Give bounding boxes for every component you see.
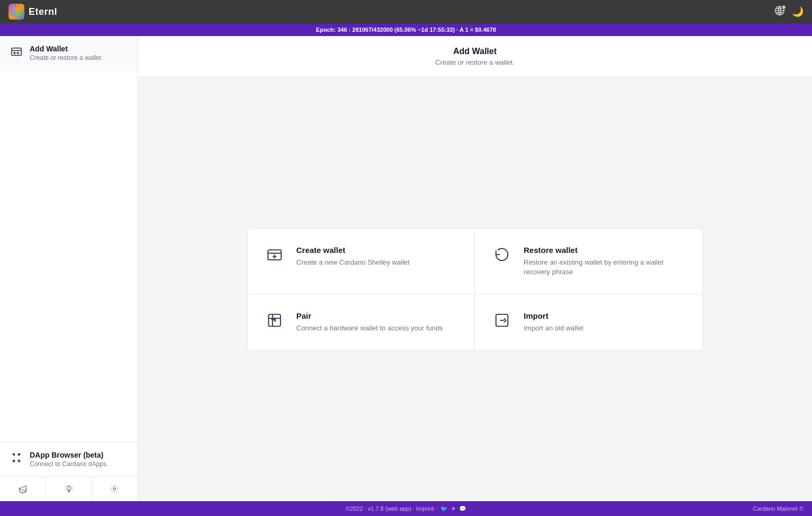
pair-wallet-icon (267, 312, 286, 332)
create-wallet-title: Create wallet (296, 246, 410, 255)
epoch-bar: Epoch: 346 : 281067/432000 (65.06% ~1d 1… (0, 23, 812, 36)
footer-copyright: ©2022 · v1.7.8 (web app) · Imprint · (346, 505, 437, 512)
sidebar-item-dapp[interactable]: DApp Browser (beta) Connect to Cardano d… (0, 442, 137, 476)
svg-point-9 (67, 486, 71, 491)
logo-area: Eternl (8, 4, 57, 20)
create-wallet-text: Create wallet Create a new Cardano Shell… (296, 246, 410, 267)
import-wallet-text: Import Import an old wallet (524, 311, 584, 333)
dapp-desc: Connect to Cardano dApps. (30, 460, 108, 468)
add-wallet-icon (11, 46, 22, 60)
add-wallet-text: Add Wallet Create or restore a wallet. (30, 45, 103, 62)
svg-rect-2 (12, 12, 16, 16)
footer-twitter-icon: 🐦 (440, 505, 448, 512)
content-body: Create wallet Create a new Cardano Shell… (138, 77, 812, 501)
footer-telegram-icon: ✈ (451, 505, 456, 512)
dapp-text: DApp Browser (beta) Connect to Cardano d… (30, 451, 108, 468)
svg-point-10 (113, 488, 116, 491)
content-header: Add Wallet Create or restore a wallet. (138, 36, 812, 77)
main-layout: Add Wallet Create or restore a wallet. D… (0, 36, 812, 501)
announcement-button[interactable] (0, 477, 46, 501)
svg-rect-0 (12, 7, 16, 11)
logo-icon (8, 4, 24, 20)
header-bar: Eternl ⚙ 🌙 (0, 0, 812, 23)
footer-discord-icon: 💬 (459, 505, 466, 512)
create-wallet-icon (267, 247, 286, 266)
epoch-text: Epoch: 346 : 281067/432000 (65.06% ~1d 1… (316, 27, 496, 33)
add-wallet-title: Add Wallet (30, 45, 103, 53)
pair-wallet-desc: Connect a hardware wallet to access your… (296, 323, 443, 333)
import-wallet-card[interactable]: Import Import an old wallet (475, 294, 703, 351)
sidebar: Add Wallet Create or restore a wallet. D… (0, 36, 138, 501)
sidebar-top: Add Wallet Create or restore a wallet. (0, 36, 137, 442)
sidebar-footer-icons (0, 476, 137, 501)
dapp-title: DApp Browser (beta) (30, 451, 108, 459)
svg-rect-1 (17, 7, 21, 11)
footer-network: Cardano Mainnet © (753, 505, 804, 512)
ideas-button[interactable] (46, 477, 92, 501)
import-wallet-desc: Import an old wallet (524, 323, 584, 333)
create-wallet-desc: Create a new Cardano Shelley wallet (296, 258, 410, 267)
create-wallet-card[interactable]: Create wallet Create a new Cardano Shell… (247, 228, 475, 294)
content-area: Add Wallet Create or restore a wallet. C… (138, 36, 812, 501)
add-wallet-desc: Create or restore a wallet. (30, 54, 103, 62)
footer-center: ©2022 · v1.7.8 (web app) · Imprint · 🐦 ✈… (346, 505, 466, 512)
footer-bar: ©2022 · v1.7.8 (web app) · Imprint · 🐦 ✈… (0, 501, 812, 516)
settings-globe-icon[interactable]: ⚙ (774, 5, 785, 19)
restore-wallet-icon (494, 247, 513, 266)
pair-wallet-card[interactable]: Pair Connect a hardware wallet to access… (247, 294, 475, 351)
footer-right: Cardano Mainnet © (753, 505, 804, 512)
dapp-icon (11, 452, 22, 466)
svg-rect-7 (12, 48, 21, 56)
logo-text: Eternl (29, 6, 57, 18)
restore-wallet-title: Restore wallet (524, 246, 683, 255)
page-subtitle: Create or restore a wallet. (155, 58, 795, 66)
restore-wallet-desc: Restore an existing wallet by entering a… (524, 258, 683, 277)
pair-wallet-title: Pair (296, 311, 443, 320)
svg-point-8 (14, 52, 15, 54)
sidebar-item-add-wallet[interactable]: Add Wallet Create or restore a wallet. (0, 36, 137, 71)
import-wallet-icon (494, 312, 513, 332)
sidebar-bottom: DApp Browser (beta) Connect to Cardano d… (0, 442, 137, 501)
import-wallet-title: Import (524, 311, 584, 320)
settings-button[interactable] (92, 477, 137, 501)
restore-wallet-text: Restore wallet Restore an existing walle… (524, 246, 683, 277)
wallet-options-grid: Create wallet Create a new Cardano Shell… (247, 228, 703, 351)
svg-rect-3 (17, 12, 21, 16)
header-actions: ⚙ 🌙 (774, 5, 804, 19)
pair-wallet-text: Pair Connect a hardware wallet to access… (296, 311, 443, 333)
moon-icon[interactable]: 🌙 (792, 6, 804, 18)
page-title: Add Wallet (155, 47, 795, 56)
restore-wallet-card[interactable]: Restore wallet Restore an existing walle… (475, 228, 703, 294)
